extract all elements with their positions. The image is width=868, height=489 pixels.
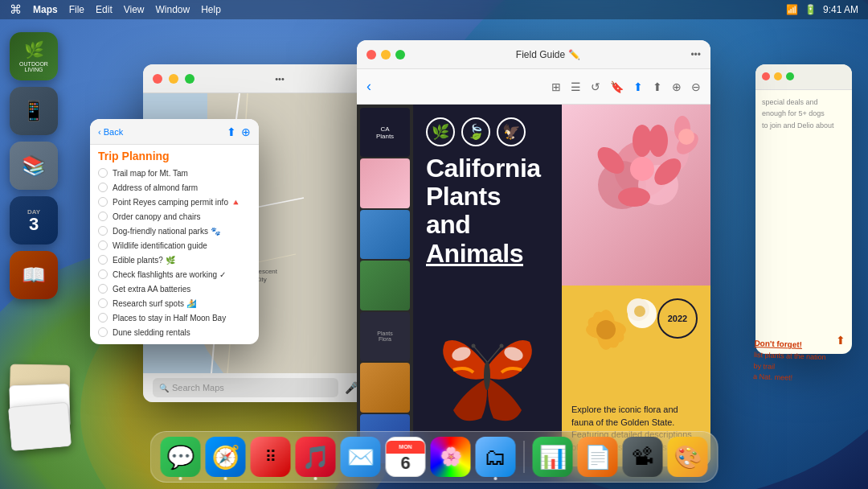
reminders-more-button[interactable]: ⊕ <box>241 125 251 138</box>
sidebar-app-2[interactable]: 📱 <box>10 87 58 135</box>
reminder-checkbox[interactable] <box>98 168 108 178</box>
reminder-item[interactable]: Places to stay in Half Moon Bay <box>90 310 259 325</box>
app-running-dot <box>314 477 317 480</box>
sidebar-app-5[interactable]: 📖 <box>10 251 58 299</box>
reminder-item[interactable]: Get extra AA batteries <box>90 281 259 296</box>
book-cover: 🌿 🍃 🦅 California Plants and Animals <box>413 105 710 466</box>
reminder-checkbox[interactable] <box>98 327 108 337</box>
reminder-item[interactable]: Point Reyes camping permit info 🔺 <box>90 195 259 209</box>
book-dots-menu[interactable]: ••• <box>690 49 701 60</box>
book-share[interactable]: ⬆ <box>633 80 643 93</box>
reminder-checkbox[interactable] <box>98 226 108 236</box>
app-menu-maps[interactable]: Maps <box>33 4 58 15</box>
reminder-checkbox[interactable] <box>98 313 108 323</box>
minimize-button[interactable] <box>169 74 178 84</box>
dock-safari[interactable]: 🧭 <box>206 437 246 477</box>
reminder-checkbox[interactable] <box>98 298 108 308</box>
mini-window-1[interactable] <box>8 402 72 451</box>
map-search-input[interactable]: 🔍 Search Maps <box>153 378 338 397</box>
svg-point-25 <box>500 344 504 348</box>
dock-photos[interactable]: 🌸 <box>431 437 471 477</box>
notes-close[interactable] <box>762 72 770 80</box>
book-toolbar: ‹ ⊞ ☰ ↺ 🔖 ⬆ ⬆ ⊕ ⊖ <box>357 69 710 105</box>
menu-edit[interactable]: Edit <box>96 4 113 15</box>
reminder-checkbox[interactable] <box>98 255 108 265</box>
search-icon: 🔍 <box>159 384 169 392</box>
apple-menu[interactable]: ⌘ <box>10 2 22 17</box>
reminder-checkbox[interactable] <box>98 212 108 221</box>
music-icon: 🎵 <box>301 444 330 471</box>
dock-calendar[interactable]: MON 6 <box>386 437 426 477</box>
reminder-item[interactable]: Check flashlights are working ✓ <box>90 267 259 281</box>
dock-keynote[interactable]: 📽 <box>623 437 663 477</box>
book-thumb-1[interactable]: CAPlants <box>360 108 410 157</box>
yellow-flowers-svg <box>562 286 674 366</box>
book-list-view[interactable]: ☰ <box>571 80 581 93</box>
dock-freeform[interactable]: 🎨 <box>668 437 708 477</box>
reminder-item[interactable]: Dune sledding rentals <box>90 325 259 339</box>
sidebar-app-3[interactable]: 📚 <box>10 142 58 190</box>
book-back-nav[interactable]: ‹ <box>366 78 371 95</box>
leaf-icon-circle: 🍃 <box>461 117 490 146</box>
sidebar-app-day3[interactable]: DAY 3 <box>10 196 58 244</box>
book-title: Field Guide ✏️ <box>411 49 684 60</box>
book-grid-view[interactable]: ⊞ <box>551 80 561 93</box>
reminders-share-button[interactable]: ⬆ <box>227 125 236 138</box>
book-thumb-2[interactable] <box>360 158 410 208</box>
wifi-icon: 📶 <box>786 4 798 15</box>
reminder-checkbox[interactable] <box>98 197 108 207</box>
map-titlebar: ••• <box>143 64 368 93</box>
reminder-item[interactable]: Address of almond farm <box>90 180 259 195</box>
dock-pages[interactable]: 📄 <box>578 437 618 477</box>
sticky-note: Don't forget! list plants at the nation … <box>751 339 846 418</box>
notes-maximize[interactable] <box>786 72 794 80</box>
reminder-item[interactable]: Research surf spots 🏄 <box>90 296 259 310</box>
reminder-item[interactable]: Edible plants? 🌿 <box>90 253 259 267</box>
menu-window[interactable]: Window <box>156 4 190 15</box>
book-minimize-button[interactable] <box>381 50 391 60</box>
dock-finder[interactable]: 🗂 <box>476 437 516 477</box>
menu-view[interactable]: View <box>124 4 145 15</box>
book-thumb-4[interactable] <box>360 261 410 310</box>
reminder-checkbox[interactable] <box>98 284 108 294</box>
notes-minimize[interactable] <box>774 72 782 80</box>
reminder-checkbox[interactable] <box>98 183 108 192</box>
menu-file[interactable]: File <box>69 4 84 15</box>
dock-divider <box>524 441 525 473</box>
book-refresh[interactable]: ↺ <box>591 80 600 93</box>
reminder-checkbox[interactable] <box>98 269 108 279</box>
safari-icon: 🧭 <box>211 444 240 471</box>
book-main-content[interactable]: 🌿 🍃 🦅 California Plants and Animals <box>413 105 710 466</box>
new-reminder-button[interactable]: ⊕ New Reminder <box>90 339 259 344</box>
reminder-item[interactable]: Wildlife identification guide <box>90 238 259 253</box>
reminder-item[interactable]: Order canopy and chairs <box>90 209 259 224</box>
maximize-button[interactable] <box>185 74 194 84</box>
dock-music[interactable]: 🎵 <box>296 437 336 477</box>
battery-icon: 🔋 <box>805 4 817 15</box>
book-thumb-3[interactable] <box>360 210 410 259</box>
book-bookmark[interactable]: 🔖 <box>610 80 624 93</box>
book-zoom-out[interactable]: ⊖ <box>691 80 701 93</box>
reminder-item[interactable]: Trail map for Mt. Tam <box>90 166 259 180</box>
book-maximize-button[interactable] <box>395 50 405 60</box>
svg-point-24 <box>472 344 476 348</box>
book-share2[interactable]: ⬆ <box>653 80 662 93</box>
reminders-title: Trip Planning <box>90 145 259 166</box>
book-thumb-6[interactable] <box>360 363 410 412</box>
map-dots-menu[interactable]: ••• <box>201 74 358 84</box>
dock-launchpad[interactable]: ⠿ <box>251 437 291 477</box>
book-zoom-in[interactable]: ⊕ <box>672 80 682 93</box>
reminder-checkbox[interactable] <box>98 240 108 250</box>
reminders-back-button[interactable]: ‹ Back <box>98 127 123 137</box>
sidebar-icons: 🌿 OUTDOORLIVING 📱 📚 DAY 3 📖 <box>10 32 58 299</box>
book-close-button[interactable] <box>366 50 376 60</box>
sidebar-app-outdoor-living[interactable]: 🌿 OUTDOORLIVING <box>10 32 58 80</box>
plant-icon-circle: 🌿 <box>426 117 455 146</box>
close-button[interactable] <box>153 74 162 84</box>
book-thumb-5[interactable]: PlantsFlora <box>360 312 410 361</box>
dock-messages[interactable]: 💬 <box>161 437 201 477</box>
menu-help[interactable]: Help <box>201 4 221 15</box>
dock-mail[interactable]: ✉️ <box>341 437 381 477</box>
dock-numbers[interactable]: 📊 <box>533 437 573 477</box>
reminder-item[interactable]: Dog-friendly national parks 🐾 <box>90 224 259 238</box>
